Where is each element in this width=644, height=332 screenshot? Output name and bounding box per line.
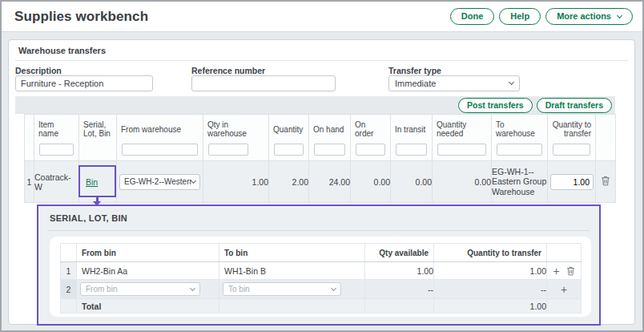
total-label: Total: [77, 299, 219, 314]
col-qty-to-transfer: Quantity to transfer: [434, 244, 547, 262]
bin-row: 2 From bin To bin: [61, 280, 582, 299]
chevron-down-icon: [190, 285, 195, 290]
on-hand-filter-input[interactable]: [314, 144, 345, 156]
qty-available-cell: 1.00: [365, 262, 434, 280]
col-quantity-needed: Quantity needed: [433, 115, 492, 161]
col-actions: [596, 115, 616, 161]
col-from-bin: From bin: [77, 244, 219, 262]
col-on-order: On order: [351, 115, 391, 161]
col-row-num: [25, 115, 34, 161]
chevron-down-icon: [191, 177, 196, 183]
row-number: 1: [61, 262, 77, 280]
reference-number-label: Reference number: [191, 66, 265, 75]
quantity-to-transfer-cell: [548, 161, 596, 203]
quantity-filter-input[interactable]: [274, 144, 304, 156]
divider: [48, 230, 590, 231]
done-button[interactable]: Done: [450, 8, 495, 25]
page-title: Supplies workbench: [14, 9, 148, 25]
reference-number-input[interactable]: [191, 75, 336, 91]
from-warehouse-cell: EG-WH-2--Western Gr: [117, 161, 203, 203]
quantity-needed-cell: 0.00: [433, 161, 492, 203]
qty-to-transfer-cell: 1.00: [434, 262, 547, 280]
col-to-bin: To bin: [219, 244, 365, 262]
transfer-type-label: Transfer type: [388, 66, 441, 75]
total-row: Total 1.00: [61, 299, 582, 314]
description-input[interactable]: [15, 75, 153, 91]
from-bin-placeholder: From bin: [86, 285, 117, 294]
row-number: 1: [25, 161, 34, 203]
table-toolbar: Post transfers Draft transfers: [15, 96, 615, 114]
chevron-down-icon: [617, 12, 622, 18]
col-in-transit: In transit: [391, 115, 433, 161]
qty-in-warehouse-cell: 1.00: [203, 161, 269, 203]
item-name-filter-input[interactable]: [39, 144, 74, 156]
to-warehouse-filter-input[interactable]: [497, 144, 542, 156]
bin-link[interactable]: Bin: [86, 177, 98, 187]
draft-transfers-label: Draft transfers: [545, 100, 603, 111]
serial-lot-bin-panel: SERIAL, LOT, BIN From bin To bin Qty ava…: [37, 204, 601, 326]
to-bin-placeholder: To bin: [228, 285, 250, 294]
serial-lot-bin-card: From bin To bin Qty available Quantity t…: [50, 237, 591, 317]
help-button[interactable]: Help: [499, 8, 541, 25]
col-quantity-to-transfer: Quantity to transfer: [548, 115, 596, 161]
help-label: Help: [510, 11, 529, 22]
from-warehouse-value: EG-WH-2--Western Gr: [124, 177, 191, 186]
row-actions-cell: [596, 161, 616, 203]
on-order-cell: 0.00: [351, 161, 391, 203]
quantity-needed-filter-input[interactable]: [437, 144, 486, 156]
to-bin-cell: WH1-Bin B: [219, 262, 365, 280]
bin-row: 1 WH2-Bin Aa WH1-Bin B 1.00 1.00 +: [61, 262, 582, 280]
col-quantity: Quantity: [269, 115, 309, 161]
total-qty-available-cell: [365, 299, 434, 314]
top-bar: Supplies workbench Done Help More action…: [2, 2, 642, 32]
quantity-to-transfer-filter-input[interactable]: [553, 144, 590, 156]
total-actions-cell: [547, 299, 582, 314]
row-actions-cell: +: [547, 280, 582, 299]
on-order-filter-input[interactable]: [356, 144, 385, 156]
item-name-cell: Coatrack-W: [34, 161, 79, 203]
delete-row-button[interactable]: [601, 176, 610, 186]
add-row-button[interactable]: +: [561, 285, 567, 294]
col-qty-available: Qty available: [365, 244, 434, 262]
bins-table: From bin To bin Qty available Quantity t…: [60, 243, 582, 314]
trash-icon: [601, 176, 610, 186]
transfer-type-value: Immediate: [395, 79, 436, 88]
col-qty-in-warehouse: Qty in warehouse: [203, 115, 269, 161]
col-on-hand: On hand: [309, 115, 351, 161]
qty-in-warehouse-filter-input[interactable]: [208, 144, 248, 156]
chevron-down-icon: [331, 285, 336, 290]
transfer-type-select[interactable]: Immediate: [388, 75, 520, 91]
more-actions-button[interactable]: More actions: [545, 8, 633, 25]
quantity-to-transfer-input[interactable]: [550, 174, 594, 190]
add-row-button[interactable]: +: [553, 267, 559, 275]
from-bin-select[interactable]: From bin: [80, 282, 200, 296]
transfers-table: Item name Serial, Lot, Bin From warehous…: [24, 114, 616, 203]
post-transfers-button[interactable]: Post transfers: [458, 98, 533, 113]
on-hand-cell: 24.00: [309, 161, 351, 203]
to-bin-select[interactable]: To bin: [223, 282, 341, 296]
in-transit-filter-input[interactable]: [396, 144, 427, 156]
post-transfers-label: Post transfers: [467, 100, 524, 111]
col-item-name: Item name: [34, 115, 79, 161]
bins-header-row: From bin To bin Qty available Quantity t…: [61, 244, 582, 262]
quantity-cell: 2.00: [269, 161, 309, 203]
serial-lot-bin-title: SERIAL, LOT, BIN: [50, 213, 127, 223]
qty-to-transfer-cell: --: [434, 280, 547, 299]
header-row: Item name Serial, Lot, Bin From warehous…: [25, 115, 616, 161]
draft-transfers-button[interactable]: Draft transfers: [537, 98, 612, 113]
total-to-bin-cell: [219, 299, 365, 314]
qty-available-cell: --: [365, 280, 434, 299]
trash-icon: [566, 266, 575, 276]
description-label: Description: [15, 66, 62, 75]
col-row-num: [61, 244, 77, 262]
delete-row-button[interactable]: [566, 266, 575, 276]
divider: [15, 60, 628, 61]
chevron-down-icon: [509, 79, 514, 85]
warehouse-transfers-card: Warehouse transfers Description Referenc…: [8, 39, 635, 325]
total-value: 1.00: [434, 299, 547, 314]
col-serial-lot-bin: Serial, Lot, Bin: [79, 115, 117, 161]
row-number: 2: [61, 280, 77, 299]
from-warehouse-select[interactable]: EG-WH-2--Western Gr: [119, 174, 200, 190]
col-from-warehouse: From warehouse: [117, 115, 203, 161]
from-warehouse-filter-input[interactable]: [122, 144, 198, 156]
